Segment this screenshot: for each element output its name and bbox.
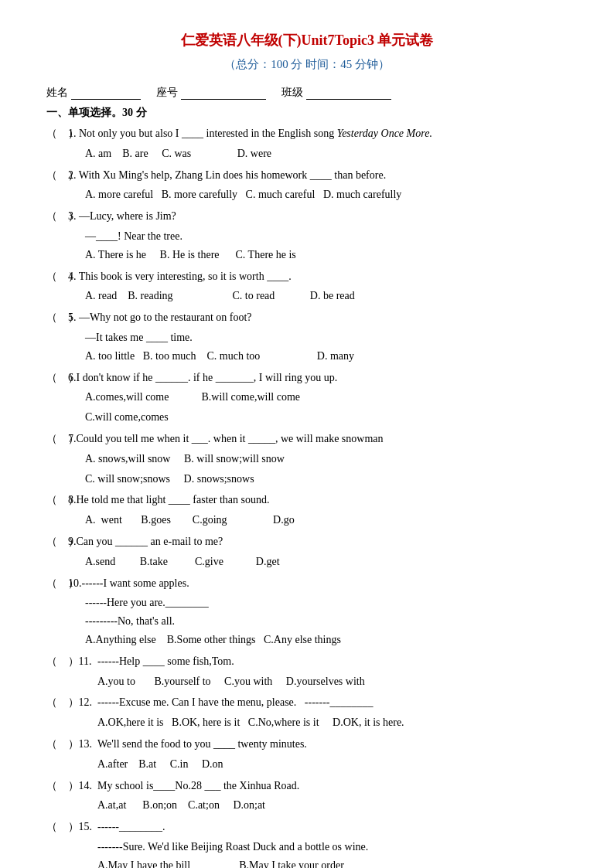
q2-text: 2. With Xu Ming's help, Zhang Lin does h… <box>68 166 568 184</box>
q7-options2: C. will snow;snows D. snows;snows <box>85 470 568 488</box>
q13-options: A.after B.at C.in D.on <box>97 755 568 774</box>
question-6: （ ） 6.I don't know if he ______. if he _… <box>46 369 568 427</box>
q5-sub: —It takes me ____ time. <box>85 328 568 347</box>
q15-num: 15. <box>76 818 97 836</box>
q1-text: 1. Not only you but also I ____ interest… <box>68 124 568 142</box>
q2-options: A. more careful B. more carefully C. muc… <box>85 186 568 204</box>
q7-text: 7.Could you tell me when it ___. when it… <box>68 430 568 448</box>
q12-options: A.OK,here it is B.OK, here is it C.No,wh… <box>97 713 568 732</box>
q14-paren: （ ） <box>46 777 76 795</box>
q6-paren: （ ） <box>46 369 68 387</box>
q6-options1: A.comes,will come B.will come,will come <box>85 388 568 407</box>
q6-text: 6.I don't know if he ______. if he _____… <box>68 369 568 386</box>
seat-label: 座号 <box>156 86 178 100</box>
q12-paren: （ ） <box>46 693 76 712</box>
q4-paren: （ ） <box>46 267 68 286</box>
info-row: 姓名 座号 班级 <box>46 86 568 100</box>
name-label: 姓名 <box>46 86 68 100</box>
q11-text: ------Help ____ some fish,Tom. <box>97 652 568 670</box>
q10-sub2: ---------No, that's all. <box>85 612 568 631</box>
question-4: （ ） 4. This book is very interesting, so… <box>46 267 568 306</box>
q3-paren: （ ） <box>46 207 68 226</box>
q11-paren: （ ） <box>46 652 76 671</box>
q9-text: 9.Can you ______ an e-mail to me? <box>68 533 568 550</box>
q2-paren: （ ） <box>46 166 68 185</box>
q7-paren: （ ） <box>46 430 68 448</box>
q5-paren: （ ） <box>46 308 68 327</box>
q13-text: We'll send the food to you ____ twenty m… <box>97 735 568 753</box>
q12-text: ------Excuse me. Can I have the menu, pl… <box>97 693 568 711</box>
q10-paren: （ ） <box>46 574 68 593</box>
q9-options: A.send B.take C.give D.get <box>85 553 568 571</box>
q11-num: 11. <box>76 652 97 671</box>
q10-options: A.Anything else B.Some other things C.An… <box>85 631 568 649</box>
q4-text: 4. This book is very interesting, so it … <box>68 267 568 285</box>
q8-paren: （ ） <box>46 491 68 509</box>
title: 仁爱英语八年级(下)Unit7Topic3 单元试卷 <box>46 31 568 49</box>
q7-options1: A. snows,will snow B. will snow;will sno… <box>85 450 568 468</box>
q9-paren: （ ） <box>46 533 68 551</box>
q5-text: 5. —Why not go to the restaurant on foot… <box>68 308 568 326</box>
q13-num: 13. <box>76 735 97 754</box>
q8-text: 8.He told me that light ____ faster than… <box>68 491 568 509</box>
q3-sub: —____! Near the tree. <box>85 227 568 246</box>
q15-paren: （ ） <box>46 818 76 836</box>
q3-options: A. There is he B. He is there C. There h… <box>85 246 568 264</box>
q11-options: A.you to B.yourself to C.you with D.your… <box>97 672 568 691</box>
question-9: （ ） 9.Can you ______ an e-mail to me? A.… <box>46 533 568 571</box>
question-13: （ ） 13. We'll send the food to you ____ … <box>46 735 568 774</box>
question-11: （ ） 11. ------Help ____ some fish,Tom. A… <box>46 652 568 691</box>
question-5: （ ） 5. —Why not go to the restaurant on … <box>46 308 568 365</box>
q15-sub: -------Sure. We'd like Beijing Roast Duc… <box>97 838 568 856</box>
q14-options: A.at,at B.on;on C.at;on D.on;at <box>97 796 568 815</box>
q4-options: A. read B. reading C. to read D. be read <box>85 287 568 305</box>
question-3: （ ） 3. —Lucy, where is Jim? —____! Near … <box>46 207 568 264</box>
q5-options: A. too little B. too much C. much too D.… <box>85 347 568 366</box>
class-field[interactable] <box>306 87 391 100</box>
question-8: （ ） 8.He told me that light ____ faster … <box>46 491 568 529</box>
question-1: （ ） 1. Not only you but also I ____ inte… <box>46 124 568 163</box>
seat-field[interactable] <box>181 87 266 100</box>
question-7: （ ） 7.Could you tell me when it ___. whe… <box>46 430 568 488</box>
class-label: 班级 <box>281 86 303 100</box>
question-10: （ ） 10.------I want some apples. ------H… <box>46 574 568 649</box>
q1-options: A. am B. are C. was D. were <box>85 145 568 163</box>
q14-num: 14. <box>76 777 97 795</box>
q15-options1: A.May I have the bill B.May I take your … <box>97 856 568 868</box>
question-15: （ ） 15. ------________. -------Sure. We'… <box>46 818 568 868</box>
name-field[interactable] <box>71 87 141 100</box>
q3-text: 3. —Lucy, where is Jim? <box>68 207 568 225</box>
q12-num: 12. <box>76 693 97 712</box>
question-14: （ ） 14. My school is____No.28 ___ the Xi… <box>46 777 568 815</box>
q15-text: ------________. <box>97 818 568 836</box>
question-12: （ ） 12. ------Excuse me. Can I have the … <box>46 693 568 732</box>
q10-text: 10.------I want some apples. <box>68 574 568 592</box>
question-2: （ ） 2. With Xu Ming's help, Zhang Lin do… <box>46 166 568 205</box>
q13-paren: （ ） <box>46 735 76 754</box>
section1-header: 一、单项选择。30 分 <box>46 106 568 120</box>
q1-paren: （ ） <box>46 124 68 143</box>
q6-options2: C.will come,comes <box>85 408 568 427</box>
q10-sub1: ------Here you are.________ <box>85 594 568 612</box>
q14-text: My school is____No.28 ___ the Xinhua Roa… <box>97 777 568 795</box>
q8-options: A. went B.goes C.going D.go <box>85 511 568 529</box>
subtitle: （总分：100 分 时间：45 分钟） <box>46 57 568 72</box>
